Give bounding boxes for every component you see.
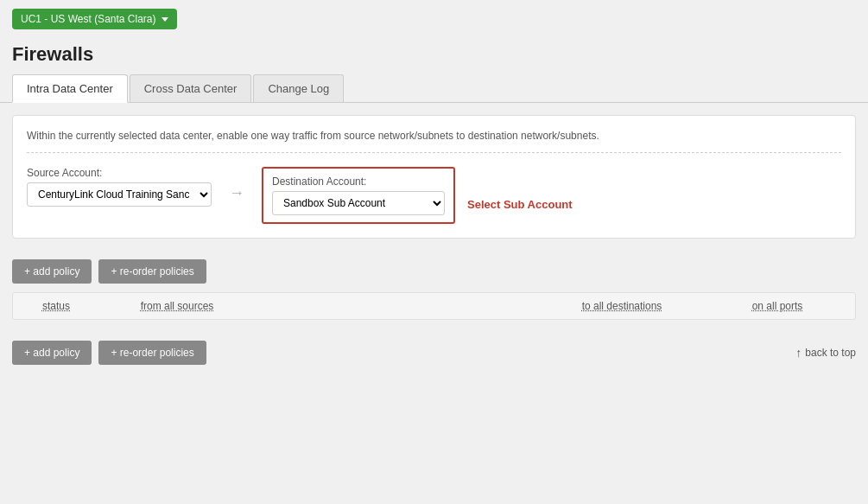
add-policy-button-top[interactable]: + add policy [12, 259, 92, 284]
tabs-bar: Intra Data Center Cross Data Center Chan… [0, 74, 868, 103]
source-account-section: Source Account: CenturyLink Cloud Traini… [27, 167, 212, 207]
top-bar: UC1 - US West (Santa Clara) [0, 0, 868, 38]
destination-account-highlight: Destination Account: Sandbox Sub Account [262, 167, 455, 224]
add-policy-label-bottom: + add policy [24, 347, 79, 359]
reorder-policies-label-bottom: + re-order policies [111, 347, 193, 359]
reorder-policies-button-top[interactable]: + re-order policies [98, 259, 206, 284]
add-policy-button-bottom[interactable]: + add policy [12, 341, 92, 365]
page-title: Firewalls [12, 43, 856, 66]
main-content: Within the currently selected data cente… [0, 103, 868, 386]
panel-divider [27, 152, 841, 153]
col-status: status [22, 300, 91, 312]
arrow-icon: → [212, 184, 262, 202]
account-row: Source Account: CenturyLink Cloud Traini… [27, 167, 841, 224]
page-title-area: Firewalls [0, 38, 868, 74]
bottom-row: + add policy + re-order policies ↑ back … [12, 332, 856, 373]
add-policy-label: + add policy [24, 265, 79, 278]
arrow-up-icon: ↑ [795, 346, 801, 360]
caret-icon [162, 17, 168, 22]
region-label: UC1 - US West (Santa Clara) [21, 13, 156, 25]
col-from-all-sources: from all sources [91, 300, 263, 312]
back-to-top-label: back to top [805, 347, 856, 359]
tab-change-log[interactable]: Change Log [253, 74, 344, 102]
tab-cross-data-center[interactable]: Cross Data Center [130, 74, 252, 102]
destination-account-label: Destination Account: [272, 175, 445, 188]
table-header: status from all sources to all destinati… [12, 292, 856, 320]
source-account-label: Source Account: [27, 167, 212, 179]
panel-description: Within the currently selected data cente… [27, 130, 841, 142]
reorder-policies-button-bottom[interactable]: + re-order policies [98, 341, 206, 365]
account-panel: Within the currently selected data cente… [12, 115, 856, 239]
source-account-select[interactable]: CenturyLink Cloud Training Sanc [27, 182, 212, 207]
destination-account-select[interactable]: Sandbox Sub Account [272, 191, 445, 215]
tab-intra-data-center[interactable]: Intra Data Center [12, 74, 128, 103]
col-to-all-destinations: to all destinations [535, 300, 708, 312]
policy-buttons-bottom: + add policy + re-order policies [12, 332, 206, 373]
back-to-top[interactable]: ↑ back to top [795, 346, 856, 360]
select-sub-account-label: Select Sub Account [467, 198, 573, 211]
policy-buttons-top: + add policy + re-order policies [12, 251, 856, 292]
reorder-policies-label: + re-order policies [111, 265, 193, 278]
region-button[interactable]: UC1 - US West (Santa Clara) [12, 9, 177, 29]
col-on-all-ports: on all ports [708, 300, 846, 312]
